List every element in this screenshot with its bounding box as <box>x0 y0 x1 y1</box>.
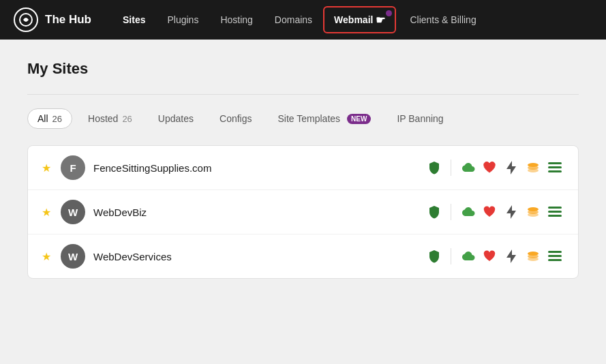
svg-point-4 <box>528 168 539 172</box>
logo-icon <box>14 7 38 32</box>
svg-rect-14 <box>548 215 562 217</box>
heart-icon[interactable] <box>480 158 499 177</box>
logo-text: The Hub <box>45 13 91 27</box>
shield-icon[interactable] <box>425 247 444 266</box>
shield-icon[interactable] <box>425 158 444 177</box>
nav-item-clients[interactable]: Clients & Billing <box>399 0 487 40</box>
table-row: ★ W WebDevServices <box>28 234 578 278</box>
site-name[interactable]: WebDevBiz <box>93 207 416 218</box>
layers-icon[interactable] <box>524 158 543 177</box>
filter-tab-configs[interactable]: Configs <box>209 108 262 129</box>
bolt-icon[interactable] <box>502 202 521 222</box>
bolt-icon[interactable] <box>502 158 521 177</box>
avatar: W <box>61 244 85 269</box>
svg-point-11 <box>528 213 539 217</box>
filter-tab-site-templates[interactable]: Site Templates NEW <box>267 108 381 129</box>
filter-tab-all[interactable]: All 26 <box>27 108 72 129</box>
svg-marker-8 <box>506 205 516 219</box>
layers-icon[interactable] <box>524 202 543 222</box>
site-action-icons <box>425 202 564 222</box>
nav-items: Sites Plugins Hosting Domains Webmail ☛ … <box>112 0 592 40</box>
star-icon[interactable]: ★ <box>42 162 52 175</box>
navbar: The Hub Sites Plugins Hosting Domains We… <box>0 0 606 40</box>
divider <box>27 94 579 95</box>
heart-icon[interactable] <box>480 247 499 266</box>
svg-rect-5 <box>548 162 562 164</box>
nav-item-webmail[interactable]: Webmail ☛ <box>323 6 396 33</box>
site-name[interactable]: FenceSittingSupplies.com <box>93 162 416 174</box>
filter-tab-updates[interactable]: Updates <box>148 108 204 129</box>
nav-item-plugins[interactable]: Plugins <box>156 0 209 40</box>
divider <box>451 248 451 264</box>
svg-rect-21 <box>548 259 562 261</box>
cursor-icon: ☛ <box>376 14 385 27</box>
avatar: F <box>61 155 85 180</box>
new-badge: NEW <box>347 114 371 124</box>
cloud-icon[interactable] <box>458 247 477 266</box>
nav-item-domains[interactable]: Domains <box>264 0 323 40</box>
nav-item-sites[interactable]: Sites <box>112 0 156 40</box>
svg-point-18 <box>528 257 539 261</box>
site-action-icons <box>425 247 564 266</box>
avatar: W <box>61 200 85 224</box>
table-row: ★ W WebDevBiz <box>28 190 578 234</box>
filter-tabs: All 26 Hosted 26 Updates Configs Site Te… <box>27 108 579 129</box>
webmail-dot <box>386 10 392 16</box>
svg-rect-13 <box>548 211 562 213</box>
menu-icon[interactable] <box>545 202 564 222</box>
star-icon[interactable]: ★ <box>42 206 52 219</box>
svg-rect-19 <box>548 251 562 253</box>
logo[interactable]: The Hub <box>14 7 91 32</box>
layers-icon[interactable] <box>524 247 543 266</box>
table-row: ★ F FenceSittingSupplies.com <box>28 146 578 190</box>
star-icon[interactable]: ★ <box>42 250 52 263</box>
menu-icon[interactable] <box>545 158 564 177</box>
site-action-icons <box>425 158 564 177</box>
shield-icon[interactable] <box>425 202 444 222</box>
divider <box>451 204 451 220</box>
site-list: ★ F FenceSittingSupplies.com <box>27 145 579 279</box>
svg-rect-12 <box>548 207 562 209</box>
svg-marker-1 <box>506 161 516 175</box>
heart-icon[interactable] <box>480 202 499 222</box>
bolt-icon[interactable] <box>502 247 521 266</box>
svg-rect-7 <box>548 170 562 172</box>
svg-marker-15 <box>506 249 516 263</box>
page-title: My Sites <box>27 60 579 78</box>
menu-icon[interactable] <box>545 247 564 266</box>
cloud-icon[interactable] <box>458 202 477 222</box>
filter-tab-ip-banning[interactable]: IP Banning <box>387 108 453 129</box>
cloud-icon[interactable] <box>458 158 477 177</box>
main-content: My Sites All 26 Hosted 26 Updates Config… <box>0 40 606 299</box>
svg-rect-20 <box>548 255 562 257</box>
divider <box>451 160 451 176</box>
filter-tab-hosted[interactable]: Hosted 26 <box>78 108 142 129</box>
svg-rect-6 <box>548 166 562 168</box>
nav-item-hosting[interactable]: Hosting <box>209 0 263 40</box>
site-name[interactable]: WebDevServices <box>93 251 416 262</box>
